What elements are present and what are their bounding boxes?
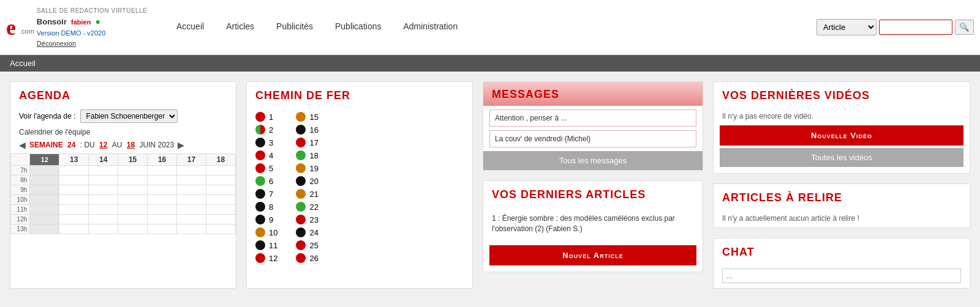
nav-administration[interactable]: Administration: [392, 0, 469, 55]
cell-14-10h[interactable]: [89, 195, 118, 205]
cell-14-8h[interactable]: [89, 176, 118, 185]
logout-link[interactable]: Déconnexion: [37, 39, 148, 49]
cell-16-7h[interactable]: [148, 166, 177, 176]
cell-12-9h[interactable]: [30, 185, 59, 195]
cell-18-11h[interactable]: [206, 205, 235, 215]
cell-17-7h[interactable]: [177, 166, 206, 176]
chemin-dot: [296, 215, 306, 224]
cell-14-9h[interactable]: [89, 185, 118, 195]
chemin-dot: [255, 227, 265, 237]
cell-14-13h[interactable]: [89, 224, 118, 234]
nav-accueil[interactable]: Accueil: [165, 0, 215, 55]
nav-articles[interactable]: Articles: [215, 0, 265, 55]
cell-18-12h[interactable]: [206, 215, 235, 224]
chemin-number: 26: [309, 254, 318, 263]
cell-18-13h[interactable]: [206, 224, 235, 234]
cell-13-8h[interactable]: [59, 176, 89, 185]
cell-18-9h[interactable]: [206, 185, 235, 195]
chemin-number: 7: [269, 190, 273, 199]
agenda-title-text: Agenda: [19, 89, 70, 102]
chemin-dot: [255, 189, 265, 199]
cell-15-8h[interactable]: [118, 176, 148, 185]
cell-15-13h[interactable]: [118, 224, 148, 234]
week-to-day: 18: [127, 141, 135, 149]
online-indicator: ●: [95, 17, 100, 26]
cell-16-9h[interactable]: [148, 185, 177, 195]
cell-14-11h[interactable]: [89, 205, 118, 215]
agenda-filter: Voir l'agenda de : Fabien Schoenenberger: [10, 107, 236, 128]
cell-12-8h[interactable]: [30, 176, 59, 185]
all-videos-button[interactable]: Toutes les vidéos: [720, 148, 963, 167]
week-prev-button[interactable]: ◀: [19, 140, 26, 150]
cell-17-10h[interactable]: [177, 195, 206, 205]
message-item-1[interactable]: Attention , penser à ...: [489, 109, 696, 127]
cell-16-8h[interactable]: [148, 176, 177, 185]
cell-13-10h[interactable]: [59, 195, 89, 205]
list-item: 17: [296, 138, 318, 147]
cell-16-13h[interactable]: [148, 224, 177, 234]
message-item-2[interactable]: La couv' de vendredi (Michel): [489, 130, 696, 147]
new-video-button[interactable]: Nouvelle Vidéo: [720, 125, 963, 146]
logo-e-letter: e: [6, 17, 16, 39]
cell-18-8h[interactable]: [206, 176, 235, 185]
cell-13-11h[interactable]: [59, 205, 89, 215]
cell-15-7h[interactable]: [118, 166, 148, 176]
chat-input[interactable]: [722, 268, 961, 283]
cell-16-12h[interactable]: [148, 215, 177, 224]
cell-16-11h[interactable]: [148, 205, 177, 215]
list-item: 11: [255, 240, 277, 250]
logo-dot-com: .com: [20, 28, 34, 35]
day-header-17: 17: [177, 154, 206, 166]
chemin-dot: [296, 125, 306, 135]
nav-publicites[interactable]: Publicités: [265, 0, 324, 55]
cell-14-12h[interactable]: [89, 215, 118, 224]
agenda-panel: Agenda Voir l'agenda de : Fabien Schoene…: [10, 81, 236, 289]
search-type-select[interactable]: Article Publicité Publication: [816, 19, 876, 35]
cell-18-10h[interactable]: [206, 195, 235, 205]
agenda-user-select[interactable]: Fabien Schoenenberger: [80, 109, 178, 123]
cell-14-7h[interactable]: [89, 166, 118, 176]
cell-15-11h[interactable]: [118, 205, 148, 215]
cell-17-9h[interactable]: [177, 185, 206, 195]
cell-13-7h[interactable]: [59, 166, 89, 176]
list-item: 20: [296, 176, 318, 186]
cell-13-9h[interactable]: [59, 185, 89, 195]
cell-17-12h[interactable]: [177, 215, 206, 224]
main-content: Agenda Voir l'agenda de : Fabien Schoene…: [0, 72, 980, 298]
logo-area: e .com SALLE DE REDACTION VIRTUELLE Bons…: [6, 6, 165, 48]
search-input[interactable]: [879, 20, 952, 35]
cell-12-7h[interactable]: [30, 166, 59, 176]
cell-12-12h[interactable]: [30, 215, 59, 224]
cell-13-12h[interactable]: [59, 215, 89, 224]
week-from-day: 12: [99, 141, 107, 149]
nav-publications[interactable]: Publications: [324, 0, 393, 55]
cell-17-11h[interactable]: [177, 205, 206, 215]
cell-17-13h[interactable]: [177, 224, 206, 234]
cell-12-13h[interactable]: [30, 224, 59, 234]
no-relire-text: Il n'y a actuellement aucun article à re…: [714, 209, 970, 227]
table-row: 13h: [11, 224, 236, 234]
chemin-dot: [255, 240, 265, 250]
cell-15-9h[interactable]: [118, 185, 148, 195]
all-messages-button[interactable]: Tous les messages: [483, 151, 703, 170]
derniers-articles-title-text: Vos Derniers Articles: [492, 188, 646, 201]
week-next-button[interactable]: ▶: [178, 140, 184, 150]
new-article-button[interactable]: Nouvel Article: [489, 245, 696, 265]
cell-18-7h[interactable]: [206, 166, 235, 176]
cell-12-10h[interactable]: [30, 195, 59, 205]
cell-12-11h[interactable]: [30, 205, 59, 215]
cell-13-13h[interactable]: [59, 224, 89, 234]
search-button[interactable]: 🔍: [955, 20, 974, 35]
table-row: 8h: [11, 176, 236, 185]
chemin-number: 25: [309, 241, 318, 250]
chemin-dot: [255, 125, 265, 135]
week-month: JUIN 2023: [140, 141, 175, 149]
cell-15-10h[interactable]: [118, 195, 148, 205]
chemin-panel: Chemin de Fer 123456789101112 1516171819…: [246, 81, 473, 289]
chemin-dot: [255, 215, 265, 224]
cell-16-10h[interactable]: [148, 195, 177, 205]
time-13h: 13h: [11, 224, 30, 234]
cell-17-8h[interactable]: [177, 176, 206, 185]
time-11h: 11h: [11, 205, 30, 215]
cell-15-12h[interactable]: [118, 215, 148, 224]
